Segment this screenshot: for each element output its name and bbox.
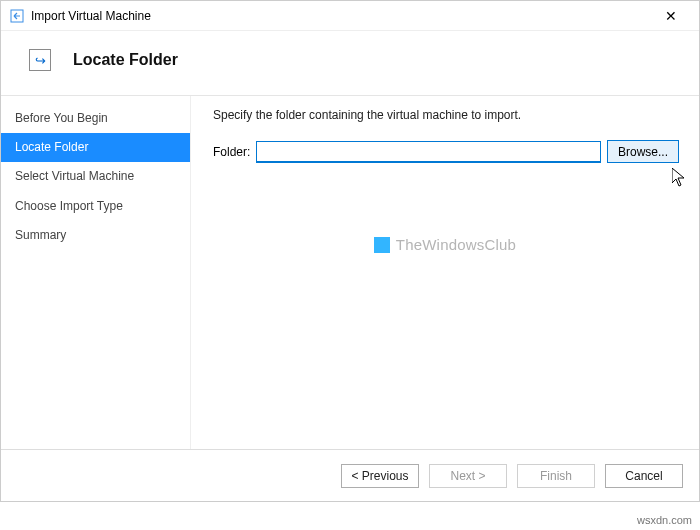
next-button[interactable]: Next > [429,464,507,488]
sidebar-item-label: Summary [15,228,66,242]
browse-button[interactable]: Browse... [607,140,679,163]
watermark-text: TheWindowsClub [396,236,516,253]
app-icon [9,8,25,24]
watermark: TheWindowsClub [191,236,699,253]
titlebar: Import Virtual Machine ✕ [1,1,699,31]
attribution-text: wsxdn.com [637,514,692,526]
wizard-footer: < Previous Next > Finish Cancel [1,449,699,501]
import-icon: ↪ [29,49,51,71]
folder-input[interactable] [256,141,601,163]
folder-field-row: Folder: Browse... [213,140,679,163]
close-icon: ✕ [665,8,677,24]
sidebar-item-summary[interactable]: Summary [1,221,190,250]
sidebar-item-label: Before You Begin [15,111,108,125]
folder-label: Folder: [213,145,250,159]
page-header: ↪ Locate Folder [1,31,699,95]
wizard-steps-sidebar: Before You Begin Locate Folder Select Vi… [1,96,191,449]
finish-button[interactable]: Finish [517,464,595,488]
sidebar-item-choose-import-type[interactable]: Choose Import Type [1,192,190,221]
page-title: Locate Folder [73,51,178,69]
sidebar-item-label: Locate Folder [15,140,88,154]
sidebar-item-before-you-begin[interactable]: Before You Begin [1,104,190,133]
wizard-window: Import Virtual Machine ✕ ↪ Locate Folder… [0,0,700,502]
cancel-button[interactable]: Cancel [605,464,683,488]
previous-button[interactable]: < Previous [341,464,419,488]
sidebar-item-label: Choose Import Type [15,199,123,213]
content-pane: Specify the folder containing the virtua… [191,96,699,449]
sidebar-item-locate-folder[interactable]: Locate Folder [1,133,190,162]
watermark-logo-icon [374,237,390,253]
sidebar-item-select-virtual-machine[interactable]: Select Virtual Machine [1,162,190,191]
sidebar-item-label: Select Virtual Machine [15,169,134,183]
close-button[interactable]: ✕ [651,2,691,30]
window-title: Import Virtual Machine [31,9,151,23]
instruction-text: Specify the folder containing the virtua… [213,108,679,122]
body: Before You Begin Locate Folder Select Vi… [1,95,699,449]
